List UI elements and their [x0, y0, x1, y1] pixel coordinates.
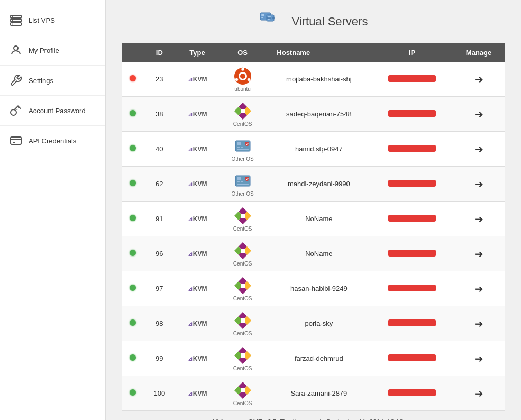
svg-point-3 [12, 16, 13, 17]
svg-point-21 [247, 78, 250, 81]
kvm-label: ⊿ KVM [188, 390, 207, 397]
manage-cell[interactable]: ➔ [453, 376, 505, 411]
svg-rect-14 [268, 19, 270, 20]
svg-rect-11 [261, 17, 263, 18]
sidebar-item-api-credentials[interactable]: API Credentials [0, 126, 105, 156]
status-dot [130, 180, 136, 186]
manage-cell[interactable]: ➔ [453, 97, 505, 132]
kvm-label: ⊿ KVM [188, 111, 207, 118]
sidebar-label-api-credentials: API Credentials [29, 137, 76, 145]
kvm-label: ⊿ KVM [188, 180, 207, 188]
sidebar: List VPS My Profile Settings [0, 0, 106, 420]
manage-arrow[interactable]: ➔ [474, 388, 483, 399]
os-cell: Other OS [219, 132, 266, 167]
manage-arrow[interactable]: ➔ [474, 248, 483, 260]
sidebar-item-settings[interactable]: Settings [0, 66, 105, 96]
hostname-cell: farzad-dehmrud [266, 341, 371, 376]
ip-cell [371, 132, 453, 167]
manage-arrow[interactable]: ➔ [474, 283, 483, 295]
status-cell [122, 376, 143, 411]
svg-rect-31 [237, 147, 240, 148]
hostname-cell: NoName [266, 236, 371, 271]
svg-rect-38 [241, 181, 243, 182]
status-cell [122, 236, 143, 271]
col-type: Type [176, 43, 219, 62]
type-cell: ⊿ KVM [176, 97, 219, 132]
ip-cell [371, 167, 453, 202]
page-title: Virtual Servers [292, 15, 368, 29]
hostname-cell: poria-sky [266, 306, 371, 341]
type-cell: ⊿ KVM [176, 202, 219, 236]
kvm-label: ⊿ KVM [188, 215, 207, 223]
os-cell: CentOS [219, 306, 266, 341]
status-dot [130, 285, 136, 291]
svg-rect-39 [237, 184, 249, 185]
svg-rect-8 [11, 137, 21, 144]
manage-cell[interactable]: ➔ [453, 306, 505, 341]
sidebar-item-list-vps[interactable]: List VPS [0, 5, 105, 35]
manage-arrow[interactable]: ➔ [474, 74, 483, 85]
table-row: 96 ⊿ KVM CentOS NoName [122, 236, 505, 271]
table-row: 91 ⊿ KVM CentOS NoName [122, 202, 505, 236]
type-cell: ⊿ KVM [176, 236, 219, 271]
status-cell [122, 202, 143, 236]
manage-cell[interactable]: ➔ [453, 62, 505, 97]
hostname-cell: sadeq-baqerian-7548 [266, 97, 371, 132]
sidebar-item-account-password[interactable]: Account Password [0, 96, 105, 126]
manage-cell[interactable]: ➔ [453, 271, 505, 306]
svg-point-4 [12, 20, 13, 21]
col-manage: Manage [453, 43, 505, 62]
sidebar-label-settings: Settings [29, 77, 53, 85]
manage-arrow[interactable]: ➔ [474, 353, 483, 364]
os-cell: Other OS [219, 167, 266, 202]
kvm-label: ⊿ KVM [188, 145, 207, 153]
sidebar-item-my-profile[interactable]: My Profile [0, 35, 105, 66]
manage-arrow[interactable]: ➔ [474, 213, 483, 225]
kvm-label: ⊿ KVM [188, 285, 207, 293]
server-icon [8, 13, 23, 28]
status-cell [122, 306, 143, 341]
manage-arrow[interactable]: ➔ [474, 108, 483, 120]
status-dot [130, 389, 136, 396]
os-cell: CentOS [219, 376, 266, 411]
svg-rect-28 [241, 109, 245, 113]
sidebar-label-my-profile: My Profile [29, 47, 59, 54]
main-content: Virtual Servers ID Type OS Hostname IP M… [106, 0, 521, 420]
col-status [122, 43, 143, 62]
key-icon [8, 103, 23, 118]
svg-rect-58 [241, 284, 245, 288]
status-dot [130, 75, 136, 81]
status-cell [122, 132, 143, 167]
id-cell: 99 [143, 341, 176, 376]
table-row: 38 ⊿ KVM CentOS sadeq-baqerian-7548 [122, 97, 505, 132]
manage-cell[interactable]: ➔ [453, 132, 505, 167]
col-os: OS [219, 43, 266, 62]
os-cell: CentOS [219, 271, 266, 306]
manage-arrow[interactable]: ➔ [474, 178, 483, 190]
col-ip: IP [371, 43, 453, 62]
svg-rect-70 [241, 353, 245, 358]
manage-cell[interactable]: ➔ [453, 202, 505, 236]
manage-arrow[interactable]: ➔ [474, 143, 483, 155]
vps-table: ID Type OS Hostname IP Manage 23 ⊿ KVM [122, 43, 505, 411]
status-dot [130, 145, 136, 151]
servers-icon [259, 11, 286, 32]
status-dot [130, 354, 136, 361]
os-cell: ubuntu [219, 62, 266, 97]
table-row: 99 ⊿ KVM CentOS farzad-dehmrud [122, 341, 505, 376]
manage-cell[interactable]: ➔ [453, 236, 505, 271]
manage-cell[interactable]: ➔ [453, 341, 505, 376]
card-icon [8, 133, 23, 148]
manage-cell[interactable]: ➔ [453, 167, 505, 202]
svg-rect-64 [241, 318, 245, 323]
manage-arrow[interactable]: ➔ [474, 318, 483, 330]
sidebar-label-account-password: Account Password [29, 107, 86, 115]
status-cell [122, 62, 143, 97]
table-row: 98 ⊿ KVM CentOS poria-sky [122, 306, 505, 341]
svg-point-6 [14, 46, 18, 50]
kvm-label: ⊿ KVM [188, 76, 207, 83]
svg-point-40 [245, 177, 249, 181]
svg-point-20 [241, 68, 244, 71]
id-cell: 96 [143, 236, 176, 271]
wrench-icon [8, 73, 23, 88]
